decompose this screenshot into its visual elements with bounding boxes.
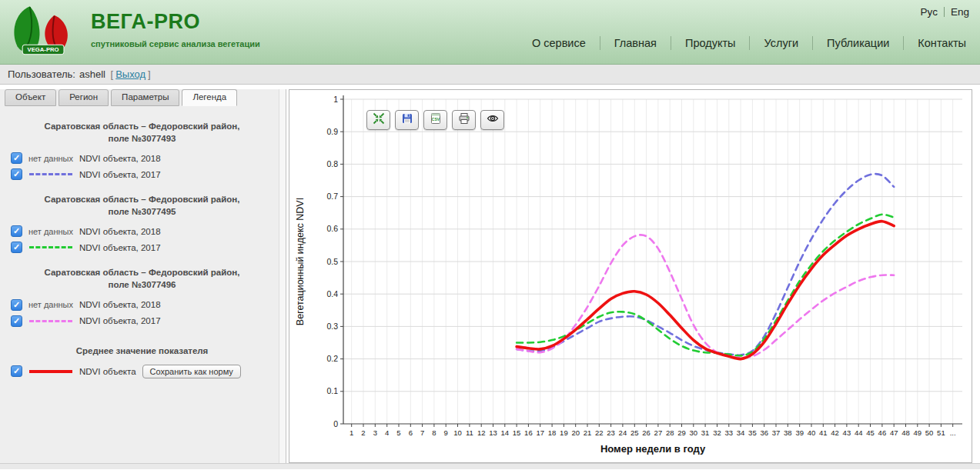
line-sample-blue bbox=[29, 173, 72, 175]
group-title-line1: Саратовская область – Федоровский район, bbox=[45, 122, 240, 131]
nav-services[interactable]: Услуги bbox=[750, 36, 813, 50]
svg-text:45: 45 bbox=[866, 428, 875, 437]
svg-text:44: 44 bbox=[855, 428, 863, 437]
nav-about[interactable]: О сервисе bbox=[518, 36, 600, 50]
chart-toolbar: CSV bbox=[366, 110, 504, 130]
save-as-norm-button[interactable]: Сохранить как норму bbox=[142, 365, 241, 378]
save-button[interactable] bbox=[395, 110, 419, 130]
legend-row: нет данных NDVI объекта, 2018 bbox=[9, 223, 275, 239]
svg-text:48: 48 bbox=[901, 428, 910, 437]
sidebar-tabs: Объект Регион Параметры Легенда bbox=[0, 89, 286, 106]
series-label: NDVI объекта, 2018 bbox=[79, 154, 161, 163]
series-label: NDVI объекта, 2017 bbox=[79, 243, 161, 252]
logout-link[interactable]: Выход bbox=[115, 68, 145, 80]
csv-export-button[interactable]: CSV bbox=[423, 110, 447, 130]
line-sample-red bbox=[29, 370, 72, 373]
legend-row: нет данных NDVI объекта, 2018 bbox=[9, 297, 275, 313]
nav-home[interactable]: Главная bbox=[600, 36, 671, 50]
checkbox-average[interactable] bbox=[11, 365, 22, 377]
nav-products[interactable]: Продукты bbox=[671, 36, 751, 50]
eye-icon bbox=[487, 112, 499, 128]
series-label: NDVI объекта bbox=[79, 367, 136, 376]
svg-text:40: 40 bbox=[808, 428, 816, 437]
svg-text:24: 24 bbox=[619, 428, 627, 437]
svg-text:25: 25 bbox=[630, 428, 639, 437]
checkbox-field1-2018[interactable] bbox=[11, 152, 22, 164]
no-data-label: нет данных bbox=[28, 227, 79, 236]
svg-text:21: 21 bbox=[584, 428, 592, 437]
tab-parameters[interactable]: Параметры bbox=[111, 89, 179, 106]
svg-text:14: 14 bbox=[501, 428, 510, 437]
svg-text:0: 0 bbox=[333, 419, 338, 428]
group-title-line2: поле №3077496 bbox=[108, 280, 176, 289]
svg-text:0.4: 0.4 bbox=[326, 289, 338, 298]
svg-text:10: 10 bbox=[453, 428, 462, 437]
svg-text:37: 37 bbox=[772, 428, 781, 437]
main-area: Объект Регион Параметры Легенда Саратовс… bbox=[0, 85, 980, 463]
title-block: ВЕГА-PRO спутниковый сервис анализа веге… bbox=[91, 10, 260, 48]
tab-object[interactable]: Объект bbox=[5, 89, 56, 106]
svg-text:6: 6 bbox=[409, 428, 413, 437]
svg-text:18: 18 bbox=[548, 428, 557, 437]
tab-legend[interactable]: Легенда bbox=[182, 89, 237, 106]
svg-text:VEGA-PRO: VEGA-PRO bbox=[28, 46, 59, 53]
line-sample-green bbox=[29, 246, 72, 248]
series-label: NDVI объекта, 2018 bbox=[79, 300, 161, 309]
fit-view-icon bbox=[373, 112, 385, 128]
app-title: ВЕГА-PRO bbox=[91, 10, 260, 34]
svg-text:46: 46 bbox=[878, 428, 887, 437]
svg-text:CSV: CSV bbox=[431, 117, 440, 122]
svg-text:41: 41 bbox=[819, 428, 828, 437]
checkbox-field2-2018[interactable] bbox=[11, 225, 22, 237]
svg-text:50: 50 bbox=[925, 428, 934, 437]
print-button[interactable] bbox=[452, 110, 476, 130]
no-data-label: нет данных bbox=[28, 154, 79, 163]
svg-text:42: 42 bbox=[831, 428, 839, 437]
svg-text:47: 47 bbox=[890, 428, 898, 437]
svg-text:0.3: 0.3 bbox=[326, 322, 338, 331]
tab-region[interactable]: Регион bbox=[59, 89, 109, 106]
svg-text:0.7: 0.7 bbox=[326, 192, 338, 201]
series-label: NDVI объекта, 2018 bbox=[79, 227, 161, 236]
svg-text:27: 27 bbox=[654, 428, 663, 437]
username: ashell bbox=[79, 68, 105, 80]
preview-button[interactable] bbox=[480, 110, 504, 130]
svg-text:23: 23 bbox=[607, 428, 615, 437]
legend-group-title: Саратовская область – Федоровский район,… bbox=[12, 120, 272, 145]
group-title-line2: поле №3077495 bbox=[108, 207, 176, 216]
svg-text:35: 35 bbox=[748, 428, 757, 437]
legend-sidebar: Объект Регион Параметры Легенда Саратовс… bbox=[0, 89, 286, 463]
svg-text:5: 5 bbox=[396, 428, 400, 437]
nav-publications[interactable]: Публикации bbox=[813, 36, 904, 50]
svg-text:36: 36 bbox=[760, 428, 768, 437]
svg-text:0.8: 0.8 bbox=[326, 159, 338, 168]
svg-text:17: 17 bbox=[536, 428, 544, 437]
svg-text:0.2: 0.2 bbox=[326, 354, 338, 363]
series-label: NDVI объекта, 2017 bbox=[79, 170, 161, 179]
svg-text:15: 15 bbox=[513, 428, 521, 437]
footer-strip bbox=[0, 463, 980, 469]
svg-text:Вегетационный индекс NDVI: Вегетационный индекс NDVI bbox=[295, 198, 306, 325]
logout-bracket-open: [ bbox=[111, 68, 114, 80]
line-sample-pink bbox=[29, 320, 72, 322]
svg-text:49: 49 bbox=[914, 428, 922, 437]
svg-text:29: 29 bbox=[677, 428, 686, 437]
checkbox-field3-2018[interactable] bbox=[11, 299, 22, 311]
lang-rus[interactable]: Рус bbox=[921, 6, 938, 18]
checkbox-field1-2017[interactable] bbox=[11, 168, 22, 180]
no-data-label: нет данных bbox=[28, 300, 79, 309]
legend-row: NDVI объекта, 2017 bbox=[9, 166, 275, 182]
checkbox-field3-2017[interactable] bbox=[11, 315, 22, 327]
lang-eng[interactable]: Eng bbox=[951, 6, 969, 18]
svg-text:13: 13 bbox=[489, 428, 497, 437]
sidebar-scrollbar[interactable] bbox=[279, 89, 286, 463]
fit-view-button[interactable] bbox=[366, 110, 390, 130]
checkbox-field2-2017[interactable] bbox=[11, 242, 22, 253]
legend-row: NDVI объекта, 2017 bbox=[9, 239, 275, 255]
nav-contacts[interactable]: Контакты bbox=[904, 36, 969, 50]
language-switcher: Рус Eng bbox=[921, 6, 969, 18]
logout-bracket-close: ] bbox=[148, 68, 151, 80]
svg-text:30: 30 bbox=[690, 428, 698, 437]
vega-leaf-logo-icon: VEGA-PRO bbox=[8, 3, 82, 62]
svg-text:4: 4 bbox=[385, 428, 389, 437]
